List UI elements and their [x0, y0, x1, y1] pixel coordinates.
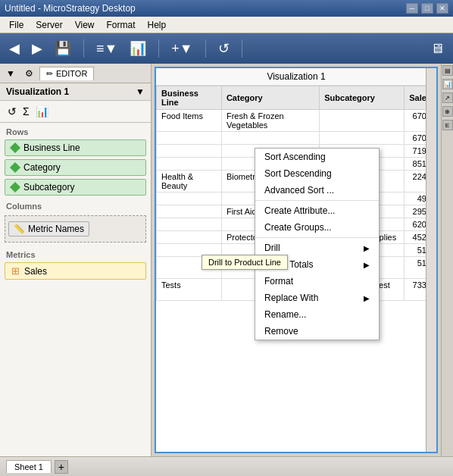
left-panel: ▼ ⚙ ✏ EDITOR Visualization 1 ▼ ↺ Σ 📊 Row… [0, 64, 152, 456]
ctx-label: Sort Ascending [264, 152, 326, 162]
window-controls: ─ □ ✕ [406, 3, 448, 14]
sheet-tab[interactable]: Sheet 1 [6, 460, 52, 473]
columns-box: 📏 Metric Names [5, 215, 146, 243]
ctx-label: Advanced Sort ... [264, 185, 334, 196]
menu-bar: File Server View Format Help [0, 17, 453, 33]
ctx-sort-descending[interactable]: Sort Descending [255, 165, 379, 182]
col-subcategory[interactable]: Subcategory [320, 86, 405, 110]
scrollbar-vertical[interactable] [426, 68, 436, 452]
ctx-rename[interactable]: Rename... [255, 306, 379, 323]
field-label: Subcategory [23, 182, 74, 193]
content-area: Visualization 1 Business Line Category S… [155, 67, 438, 453]
ctx-label: Create Groups... [264, 222, 332, 233]
ctx-drill[interactable]: Drill ▶ [255, 240, 379, 256]
chevron-down-icon[interactable]: ▼ [136, 86, 145, 97]
field-label: Metric Names [28, 224, 84, 234]
viz-type-icon[interactable]: 📊 [34, 104, 50, 119]
menu-format[interactable]: Format [100, 17, 141, 33]
ctx-sort-ascending[interactable]: Sort Ascending [255, 149, 379, 165]
cell-business-line [157, 193, 222, 205]
col-business-line[interactable]: Business Line [157, 86, 222, 110]
data-button[interactable]: ≡▼ [93, 39, 120, 58]
field-label: Category [23, 162, 61, 173]
ctx-create-groups[interactable]: Create Groups... [255, 219, 379, 236]
right-panel: ▤ 📊 ↗ ⊕ E [441, 64, 453, 456]
ctx-label: Sort Descending [264, 168, 332, 179]
editor-tab[interactable]: ✏ EDITOR [39, 67, 94, 80]
close-button[interactable]: ✕ [436, 3, 448, 14]
undo-icon[interactable]: ↺ [6, 104, 18, 119]
panel-icon-1[interactable]: ▤ [442, 65, 453, 76]
rows-label: Rows [0, 123, 151, 138]
panel-icon-2[interactable]: 📊 [442, 79, 453, 89]
viz-title: Visualization 1 [6, 86, 69, 97]
metric-icon: ⊞ [11, 265, 20, 277]
sigma-icon[interactable]: Σ [21, 104, 31, 119]
ctx-format[interactable]: Format [255, 273, 379, 290]
ctx-label: Remove [264, 326, 298, 337]
metric-names-field[interactable]: 📏 Metric Names [8, 221, 89, 236]
dimension-icon [10, 142, 20, 153]
field-category[interactable]: Category [5, 159, 146, 176]
visualization-title: Visualization 1 [156, 68, 436, 86]
field-business-line[interactable]: Business Line [5, 139, 146, 156]
menu-file[interactable]: File [3, 17, 30, 33]
cell-business-line: Health & Beauty [157, 171, 222, 193]
add-sheet-button[interactable]: + [55, 460, 68, 474]
ctx-replace-with[interactable]: Replace With ▶ [255, 290, 379, 306]
field-label: Sales [24, 266, 47, 277]
ctx-label: Drill [264, 243, 280, 253]
menu-help[interactable]: Help [142, 17, 173, 33]
cell-business-line [157, 145, 222, 158]
table-row: Food Items Fresh & Frozen Vegetables 670… [157, 110, 436, 132]
ctx-label: Rename... [264, 309, 306, 320]
submenu-arrow-icon: ▶ [364, 294, 370, 302]
field-sales[interactable]: ⊞ Sales [5, 262, 146, 280]
ctx-advanced-sort[interactable]: Advanced Sort ... [255, 182, 379, 199]
ctx-separator-1 [255, 200, 379, 201]
gear-icon[interactable]: ⚙ [21, 66, 36, 81]
submenu-arrow-icon: ▶ [364, 244, 370, 252]
toolbar: ◀ ▶ 💾 ≡▼ 📊 +▼ ↺ 🖥 [0, 33, 453, 64]
editor-label: EDITOR [56, 69, 87, 78]
col-category[interactable]: Category [221, 86, 319, 110]
columns-label: Columns [0, 197, 151, 212]
filter-icon[interactable]: ▼ [3, 66, 18, 81]
add-button[interactable]: +▼ [168, 39, 195, 58]
menu-view[interactable]: View [69, 17, 101, 33]
back-button[interactable]: ◀ [6, 39, 23, 58]
save-button[interactable]: 💾 [52, 39, 74, 58]
cell-business-line [157, 231, 222, 244]
cell-subcategory [320, 132, 405, 145]
panel-icon-5[interactable]: E [442, 120, 453, 130]
status-bar: Sheet 1 + [0, 456, 453, 476]
chart-button[interactable]: 📊 [127, 39, 149, 58]
drill-tooltip: Drill to Product Line [202, 255, 288, 270]
cell-subcategory [320, 110, 405, 132]
maximize-button[interactable]: □ [421, 3, 433, 14]
minimize-button[interactable]: ─ [406, 3, 418, 14]
forward-button[interactable]: ▶ [29, 39, 45, 58]
panel-icon-4[interactable]: ⊕ [442, 106, 453, 117]
cell-business-line [157, 205, 222, 218]
pencil-icon: ✏ [46, 69, 53, 79]
ctx-remove[interactable]: Remove [255, 323, 379, 340]
submenu-arrow-icon: ▶ [364, 261, 370, 269]
monitor-button[interactable]: 🖥 [427, 39, 447, 58]
context-menu: Sort Ascending Sort Descending Advanced … [255, 148, 380, 340]
ctx-separator-2 [255, 237, 379, 238]
ctx-label: Create Attribute... [264, 205, 335, 216]
separator-2 [158, 39, 159, 58]
panel-icon-3[interactable]: ↗ [442, 92, 453, 103]
separator-1 [83, 39, 84, 58]
field-subcategory[interactable]: Subcategory [5, 179, 146, 196]
cell-category: Fresh & Frozen Vegetables [221, 110, 319, 132]
separator-4 [242, 39, 242, 58]
refresh-button[interactable]: ↺ [215, 39, 233, 58]
main-layout: ▼ ⚙ ✏ EDITOR Visualization 1 ▼ ↺ Σ 📊 Row… [0, 64, 453, 456]
app-title: Untitled - MicroStrategy Desktop [5, 3, 136, 14]
cell-business-line [157, 158, 222, 171]
table-row: 6700 [157, 132, 436, 145]
menu-server[interactable]: Server [30, 17, 68, 33]
ctx-create-attribute[interactable]: Create Attribute... [255, 202, 379, 219]
